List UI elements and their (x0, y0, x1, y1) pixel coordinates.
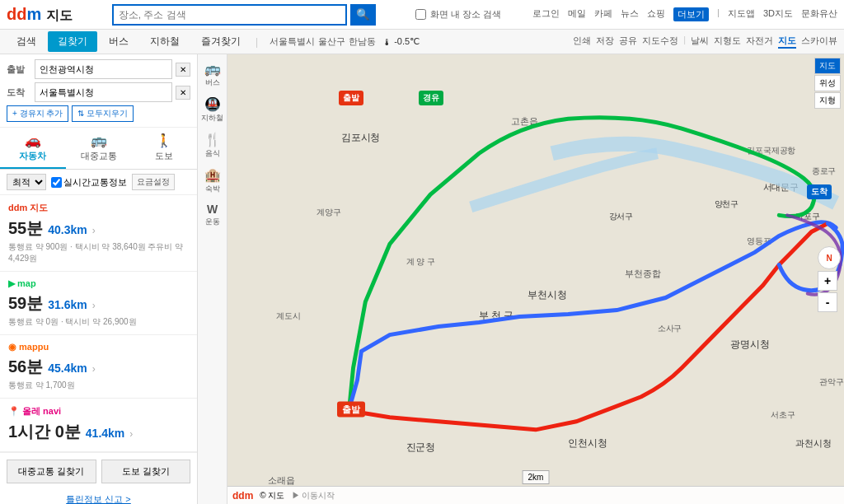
tab-search[interactable]: 검색 (7, 31, 46, 52)
hotel-icon: 🏨 (204, 167, 221, 183)
map-background (227, 54, 844, 504)
origin-row: 출발 ✕ (7, 59, 190, 79)
nav-bike[interactable]: 자전거 (746, 35, 773, 49)
origin-input[interactable] (35, 59, 172, 79)
link-mail[interactable]: 메일 (568, 7, 586, 21)
sidebar-hotel[interactable]: 🏨 숙박 (203, 164, 223, 198)
route-item-0[interactable]: ddm 지도 55분 40.3km › 통행료 약 900원 · 택시비 약 3… (0, 195, 197, 272)
bus-icon: 🚌 (204, 61, 221, 77)
traffic-checkbox[interactable] (51, 177, 62, 188)
location-tags: 서울특별시 울산구 한남동 (270, 35, 376, 48)
subway-icon: 🚇 (204, 96, 221, 112)
origin-dest-form: 출발 ✕ 도착 ✕ + 경유지 추가 ⇅ 모두지우기 (0, 54, 197, 128)
link-more[interactable]: 더보기 (673, 7, 709, 21)
location-tag-0[interactable]: 서울특별시 (270, 35, 315, 48)
transport-public[interactable]: 🚌 대중교통 (66, 128, 132, 169)
top-links: 로그인 메일 카페 뉴스 쇼핑 더보기 | 지도앱 3D지도 문화유산 (532, 7, 837, 21)
link-shopping[interactable]: 쇼핑 (647, 7, 665, 21)
logo: ddm 지도 (7, 5, 73, 25)
zoom-out-btn[interactable]: - (818, 292, 837, 312)
nav-weather[interactable]: 날씨 (691, 35, 709, 49)
waypoint-row: + 경유지 추가 ⇅ 모두지우기 (7, 105, 190, 122)
route-header-3: 1시간 0분 41.4km › (8, 421, 189, 443)
route-type-select[interactable]: 최적 (7, 174, 46, 190)
location-tag-1[interactable]: 울산구 (318, 35, 345, 48)
destination-clear-btn[interactable]: ✕ (176, 86, 190, 100)
tab-favorites[interactable]: 즐겨찾기 (191, 31, 251, 52)
weather-display: 🌡-0.5℃ (382, 36, 420, 47)
route-list: ddm 지도 55분 40.3km › 통행료 약 900원 · 택시비 약 3… (0, 195, 197, 452)
map-type-satellite[interactable]: 위성 (814, 75, 841, 91)
map-copyright: © 지도 (260, 490, 284, 502)
left-panel: 출발 ✕ 도착 ✕ + 경유지 추가 ⇅ 모두지우기 🚗 자동차 🚌 대 (0, 54, 198, 504)
screen-search-toggle: 화면 내 장소 검색 (415, 8, 501, 21)
map-bottom-logo: ddm (232, 490, 253, 502)
nav-edit[interactable]: 지도수정 (642, 35, 678, 49)
sub-link-culture[interactable]: 문화유산 (801, 7, 837, 21)
compass-btn[interactable]: N (818, 246, 841, 269)
nav-share[interactable]: 공유 (619, 35, 637, 49)
badge-end: 도착 (807, 184, 832, 199)
sidebar-food[interactable]: 🍴 음식 (203, 128, 223, 162)
search-bar: 🔍 (112, 4, 376, 26)
map-type-standard[interactable]: 지도 (814, 58, 841, 74)
map-sidebar: 🚌 버스 🚇 지하철 🍴 음식 🏨 숙박 W 운동 (198, 54, 227, 504)
sidebar-subway[interactable]: 🚇 지하철 (199, 93, 225, 127)
map-type-controls: 지도 위성 지형 (814, 58, 841, 109)
route-provider-0: ddm 지도 (8, 202, 189, 214)
main-area: 출발 ✕ 도착 ✕ + 경유지 추가 ⇅ 모두지우기 🚗 자동차 🚌 대 (0, 54, 844, 504)
sidebar-bus[interactable]: 🚌 버스 (203, 58, 223, 91)
search-input[interactable] (112, 4, 347, 26)
nav-save[interactable]: 저장 (596, 35, 614, 49)
public-route-btn[interactable]: 대중교통 길찾기 (7, 460, 96, 483)
map-type-terrain[interactable]: 지형 (814, 92, 841, 109)
map-area[interactable]: 김포시청 고촌읍 계양구 계 양 구 부 천 구 부천시청 부천종합 강서구 양… (227, 54, 844, 504)
route-header-2: 56분 45.4km › (8, 356, 189, 378)
map-coord: ▶ 이동시작 (292, 490, 335, 502)
zoom-in-btn[interactable]: + (818, 271, 837, 291)
tab-subway[interactable]: 지하철 (140, 31, 190, 52)
destination-input[interactable] (35, 82, 172, 102)
sub-link-3d[interactable]: 3D지도 (763, 7, 793, 21)
nav-skyview[interactable]: 스카이뷰 (801, 35, 837, 49)
link-news[interactable]: 뉴스 (621, 7, 639, 21)
nav-terrain[interactable]: 지형도 (714, 35, 741, 49)
badge-waypoint: 경유 (419, 91, 443, 105)
add-waypoint-btn[interactable]: + 경유지 추가 (7, 105, 68, 122)
map-controls: N + - (818, 246, 841, 312)
traffic-info-toggle: 실시간교통정보 (51, 176, 127, 189)
screen-search-checkbox[interactable] (415, 9, 426, 20)
nav-print[interactable]: 인쇄 (573, 35, 591, 49)
tab-directions[interactable]: 길찾기 (48, 31, 97, 52)
transport-car[interactable]: 🚗 자동차 (0, 128, 66, 169)
route-item-3[interactable]: 📍 올레 navi 1시간 0분 41.4km › (0, 399, 197, 452)
route-header-0: 55분 40.3km › (8, 217, 189, 240)
badge-start: 출발 (339, 91, 363, 105)
route-provider-2: ◉ mappu (8, 342, 189, 352)
sports-icon: W (207, 203, 218, 216)
route-item-1[interactable]: ▶ map 59분 31.6km › 통행료 약 0원 · 택시비 약 26,9… (0, 272, 197, 335)
search-button[interactable]: 🔍 (350, 4, 376, 26)
route-header-1: 59분 31.6km › (8, 292, 189, 315)
food-icon: 🍴 (204, 132, 221, 147)
transport-walk[interactable]: 🚶 도보 (131, 128, 197, 169)
sub-link-map-app[interactable]: 지도앱 (728, 7, 755, 21)
fee-settings-btn[interactable]: 요금설정 (132, 174, 175, 190)
link-login[interactable]: 로그인 (532, 7, 560, 21)
walk-route-btn[interactable]: 도보 길찾기 (101, 460, 191, 483)
start-marker: 출발 (337, 402, 365, 418)
options-row: 최적 실시간교통정보 요금설정 (0, 170, 197, 195)
logo-area: ddm 지도 (7, 5, 73, 25)
swap-waypoint-btn[interactable]: ⇅ 모두지우기 (72, 105, 134, 122)
destination-row: 도착 ✕ (7, 82, 190, 102)
tab-bus[interactable]: 버스 (99, 31, 138, 52)
origin-clear-btn[interactable]: ✕ (176, 63, 190, 77)
location-tag-2[interactable]: 한남동 (349, 35, 376, 48)
route-item-2[interactable]: ◉ mappu 56분 45.4km › 통행료 약 1,700원 (0, 335, 197, 399)
scale-bar: 2km (523, 470, 550, 484)
report-link[interactable]: 틀린정보 신고 > (0, 490, 197, 504)
sidebar-sports[interactable]: W 운동 (204, 199, 222, 231)
nav-map[interactable]: 지도 (778, 35, 796, 49)
second-nav: 검색 길찾기 버스 지하철 즐겨찾기 | 서울특별시 울산구 한남동 🌡-0.5… (0, 30, 844, 54)
link-cafe[interactable]: 카페 (594, 7, 612, 21)
